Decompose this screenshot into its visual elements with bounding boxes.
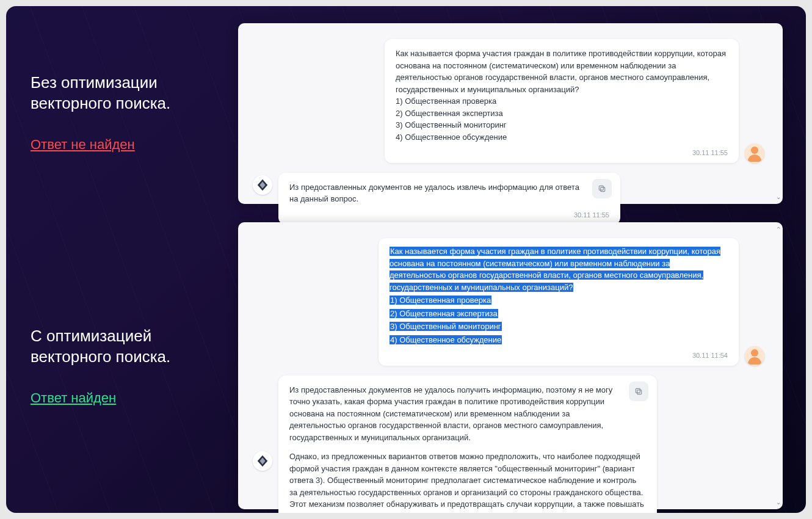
caption-line-2: векторного поиска. [31,93,214,114]
question-opt2-hl: 2) Общественная экспертиза [390,309,498,318]
svg-rect-0 [601,187,605,191]
copy-button[interactable] [592,179,612,198]
bot-avatar-icon [253,175,272,195]
timestamp: 30.11 11:55 [289,210,609,220]
caption-line-2: векторного поиска. [31,347,214,368]
question-opt3-hl: 3) Общественный мониторинг [390,322,502,331]
bot-message-row: Из предоставленных документов не удалось… [247,173,770,225]
question-opt1-hl: 1) Общественная проверка [390,296,491,305]
svg-rect-2 [637,390,642,394]
row-with-optimization: С оптимизацией векторного поиска. Ответ … [6,222,806,512]
question-opt2: 2) Общественная экспертиза [396,109,503,118]
copy-button[interactable] [629,382,648,401]
chat-panel-with: ⌃ ⌄ Как называется форма участия граждан… [238,222,783,509]
timestamp: 30.11 11:55 [396,148,728,158]
question-text-hl: Как называется форма участия граждан в п… [390,247,720,292]
bot-answer-p1: Из предоставленных документов не удалось… [289,384,646,444]
user-question-bubble-highlighted: Как называется форма участия граждан в п… [379,238,739,366]
bot-answer-p2: Однако, из предложенных вариантов ответо… [289,451,646,513]
bot-message-row: Из предоставленных документов не удалось… [247,376,770,514]
timestamp: 30.11 11:54 [390,350,728,361]
chevron-down-icon[interactable]: ⌄ [776,194,781,200]
caption-line-1: С оптимизацией [31,326,214,347]
user-question-bubble: Как называется форма участия граждан в п… [385,39,739,163]
user-avatar-icon [745,143,764,163]
bot-answer-text: Из предоставленных документов не удалось… [289,181,609,205]
chevron-down-icon[interactable]: ⌄ [776,499,781,506]
row-without-optimization: Без оптимизации векторного поиска. Ответ… [6,23,806,204]
caption-with: С оптимизацией векторного поиска. Ответ … [31,326,214,407]
question-opt1: 1) Общественная проверка [396,96,496,106]
caption-without: Без оптимизации векторного поиска. Ответ… [31,73,214,154]
caption-line-1: Без оптимизации [31,73,214,93]
bot-answer-bubble: Из предоставленных документов не удалось… [278,376,657,514]
question-opt3: 3) Общественный мониторинг [396,120,507,129]
question-text: Как называется форма участия граждан в п… [396,49,726,94]
status-not-found-link[interactable]: Ответ не найден [31,136,135,154]
user-avatar-icon [745,346,764,366]
chat-panel-without: ⌄ Как называется форма участия граждан в… [238,23,783,204]
scrollbar[interactable]: ⌄ [774,28,780,199]
bot-answer-bubble: Из предоставленных документов не удалось… [278,173,620,225]
scrollbar[interactable]: ⌃ ⌄ [774,227,780,504]
bot-avatar-icon [253,451,272,471]
svg-rect-1 [599,186,603,190]
slide-container: Без оптимизации векторного поиска. Ответ… [6,6,806,513]
chevron-up-icon[interactable]: ⌃ [776,226,781,233]
svg-rect-3 [636,388,640,393]
user-message-row: Как называется форма участия граждан в п… [247,39,770,163]
user-message-row: Как называется форма участия граждан в п… [247,238,770,366]
status-found-link[interactable]: Ответ найден [31,390,116,407]
question-opt4: 4) Общественное обсуждение [396,132,507,142]
question-opt4-hl: 4) Общественное обсуждение [390,335,502,344]
